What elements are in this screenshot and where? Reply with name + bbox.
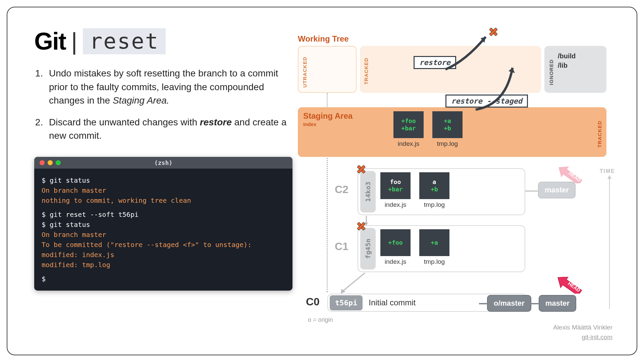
commit-arrow xyxy=(338,273,368,294)
svg-marker-6 xyxy=(365,223,368,226)
title-command: reset xyxy=(83,28,166,54)
commit-c1-files: +fooindex.js+atmp.log xyxy=(380,229,449,265)
working-tree-label: Working Tree xyxy=(298,34,349,44)
head-pointer: HEAD xyxy=(555,277,582,294)
branch-connector xyxy=(525,188,539,194)
svg-line-7 xyxy=(342,273,365,292)
ignored-label: IGNORED xyxy=(548,59,555,85)
x-icon xyxy=(357,165,366,174)
terminal-body: $ git statusOn branch masternothing to c… xyxy=(34,169,292,291)
commit-c1-hash: fg45n xyxy=(360,228,376,269)
commit-c2-label: C2 xyxy=(335,183,348,196)
time-label: TIME xyxy=(600,168,615,174)
terminal-window: (zsh) $ git statusOn branch masternothin… xyxy=(34,157,292,291)
restore-staged-arrow xyxy=(469,61,529,111)
time-axis xyxy=(609,178,610,309)
branch-connector xyxy=(479,301,488,306)
commit-c1-label: C1 xyxy=(335,240,348,253)
credit-author: Alexis Määttä Vinkler xyxy=(553,323,612,333)
title-git: Git xyxy=(34,27,66,55)
ignored-box: IGNORED /build /lib xyxy=(544,46,606,93)
origin-note: o = origin xyxy=(308,316,333,323)
step-1: Undo mistakes by soft resetting the bran… xyxy=(46,67,296,108)
commit-arrow xyxy=(364,216,369,226)
origin-master-branch: o/master xyxy=(487,295,531,312)
steps-list: Undo mistakes by soft resetting the bran… xyxy=(34,67,296,143)
master-branch: master xyxy=(539,295,576,312)
commit-c2-hash: 14ko3 xyxy=(360,171,376,213)
title-pipe: | xyxy=(71,27,77,55)
close-icon[interactable] xyxy=(40,160,45,165)
commit-c0-hash: t56pi xyxy=(330,295,363,310)
tracked-label: TRACKED xyxy=(363,58,369,84)
commit-c0-label: C0 xyxy=(306,296,320,308)
untracked-box: UTRACKED xyxy=(298,46,357,93)
ignored-file: /build xyxy=(558,51,602,61)
terminal-title: (zsh) xyxy=(154,159,172,166)
page-title: Git | reset xyxy=(34,27,296,55)
ignored-file: /lib xyxy=(558,61,602,70)
maximize-icon[interactable] xyxy=(56,160,61,165)
head-pointer-faded: HEAD xyxy=(556,167,583,183)
credit: Alexis Määttä Vinkler git-init.com xyxy=(553,323,612,342)
commit-c2-files: foo+barindex.jsa+btmp.log xyxy=(380,172,449,208)
staging-tracked-label: TRACKED xyxy=(597,121,602,147)
staged-files: +foo+barindex.js+a+btmp.log xyxy=(393,111,463,147)
terminal-titlebar: (zsh) xyxy=(34,157,292,169)
untracked-label: UTRACKED xyxy=(302,57,308,87)
credit-link[interactable]: git-init.com xyxy=(553,333,612,342)
commit-c0-msg: Initial commit xyxy=(369,298,416,307)
branch-connector xyxy=(531,301,540,306)
diagram: Working Tree UTRACKED TRACKED IGNORED /b… xyxy=(298,21,613,343)
minimize-icon[interactable] xyxy=(48,160,53,165)
faded-master-branch: master xyxy=(538,182,576,198)
step-2: Discard the unwanted changes with restor… xyxy=(46,116,296,143)
